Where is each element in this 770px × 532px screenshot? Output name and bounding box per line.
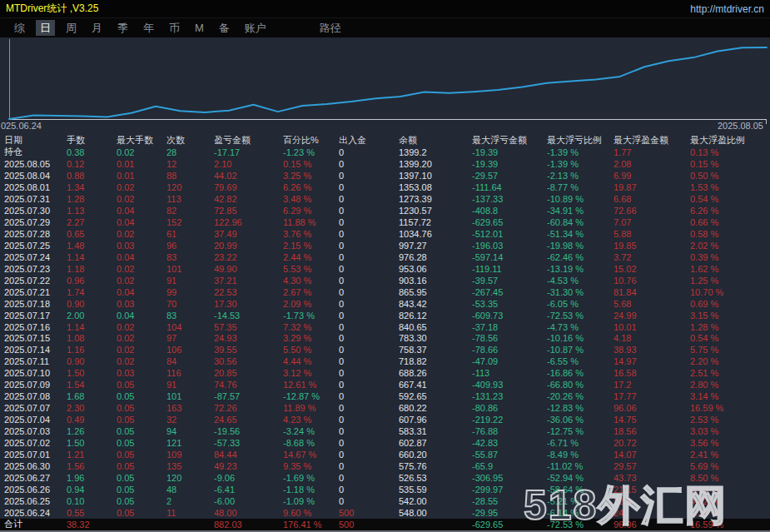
table-cell: 0.02 — [117, 264, 166, 274]
table-row[interactable]: 2025.07.081.680.05101-87.57-12.87 %0592.… — [0, 390, 770, 402]
table-cell: 38.32 — [67, 520, 117, 530]
table-row[interactable]: 2025.06.250.100.052-6.00-1.09 %0542.00-2… — [0, 495, 770, 507]
table-cell: -10.87 % — [547, 345, 614, 355]
table-cell: -65.9 — [472, 461, 547, 471]
table-cell: 2025.07.15 — [0, 333, 67, 343]
table-cell: -16.86 % — [547, 368, 614, 378]
table-row[interactable]: 2025.07.031.260.0594-19.56-3.24 %0583.31… — [0, 425, 770, 437]
table-cell: 0 — [339, 241, 399, 251]
table-cell: 10.76 — [614, 276, 690, 286]
table-row[interactable]: 2025.07.151.080.029724.933.29 %0783.30-7… — [0, 333, 770, 345]
table-row[interactable]: 2025.07.241.140.048323.222.44 %0976.28-5… — [0, 251, 770, 263]
table-cell: -14.53 — [214, 311, 283, 321]
table-row[interactable]: 2025.07.280.650.026137.493.76 %01034.76-… — [0, 228, 770, 240]
table-row[interactable]: 2025.07.021.500.05121-57.33-8.68 %0602.8… — [0, 437, 770, 449]
menu-item-monthly[interactable]: 月 — [87, 20, 107, 36]
table-cell: 2.30 — [67, 403, 117, 413]
table-row[interactable]: 2025.07.101.500.0311620.853.12 %0688.26-… — [0, 367, 770, 379]
table-cell: -1.69 % — [283, 473, 339, 483]
table-cell: 1.34 — [67, 182, 117, 192]
menu-item-backup[interactable]: 备 — [215, 20, 234, 36]
table-cell: 6.68 — [614, 194, 690, 204]
table-cell: 16.58 — [614, 368, 690, 378]
header-cell-4: 盈亏金额 — [214, 134, 283, 147]
table-row[interactable]: 2025.07.110.900.028430.564.44 %0718.82-4… — [0, 355, 770, 367]
table-cell: 48 — [166, 485, 214, 495]
menu-item-path[interactable]: 路径 — [315, 20, 345, 36]
table-row[interactable]: 2025.06.271.960.05120-9.06-1.69 %0526.53… — [0, 472, 770, 484]
table-cell: 2025.07.30 — [0, 206, 67, 216]
table-cell: 23.22 — [214, 252, 283, 262]
header-cell-7: 余额 — [399, 134, 472, 147]
table-cell: 81.84 — [614, 287, 690, 297]
table-cell: -60.84 % — [547, 217, 614, 227]
table-row[interactable]: 2025.08.040.880.018844.023.25 %01397.10-… — [0, 170, 770, 181]
table-cell: 14.67 % — [283, 450, 339, 460]
table-cell: -299.97 — [472, 485, 547, 495]
table-cell: 20.85 — [214, 368, 283, 378]
table-cell: 101 — [166, 264, 214, 274]
menu-item-weekly[interactable]: 周 — [62, 20, 81, 36]
table-row[interactable]: 2025.06.260.940.0548-6.41-1.18 %0535.59-… — [0, 484, 770, 495]
table-row[interactable]: 2025.08.011.340.0212079.696.26 %01353.08… — [0, 181, 770, 193]
table-row[interactable]: 2025.07.040.490.053224.654.23 %0607.96-2… — [0, 414, 770, 425]
table-cell: 116 — [166, 368, 214, 378]
table-cell: 57.35 — [214, 322, 283, 332]
menu-item-account[interactable]: 账户 — [241, 20, 271, 36]
table-cell: 2025.07.04 — [0, 415, 67, 425]
table-row[interactable]: 2025.07.161.140.0210457.357.32 %0840.65-… — [0, 321, 770, 333]
table-cell: 6.26 % — [690, 206, 770, 216]
table-row[interactable]: 2025.07.180.900.037017.302.09 %0843.42-5… — [0, 298, 770, 310]
table-row[interactable]: 2025.07.011.210.0510984.4414.67 %0660.20… — [0, 449, 770, 460]
table-cell: 1.56 — [67, 461, 117, 471]
table-row[interactable]: 2025.07.141.160.0210639.555.50 %0758.37-… — [0, 344, 770, 355]
table-cell: 5.88 — [614, 229, 690, 239]
menu-item-yearly[interactable]: 年 — [139, 20, 158, 36]
menu-item-summary[interactable]: 综 — [10, 20, 29, 36]
table-cell: 0.05 — [117, 426, 166, 436]
table-row[interactable]: 2025.07.301.130.048272.856.29 %01230.57-… — [0, 205, 770, 216]
table-cell: 83 — [166, 252, 214, 262]
balance-chart: 025.06.24 2025.08.05 — [0, 37, 770, 133]
table-row[interactable]: 2025.06.240.550.051148.009.60 %500548.00… — [0, 507, 770, 519]
table-row[interactable]: 持仓0.380.0228-17.17-1.23 %01399.2-19.39-1… — [0, 147, 770, 158]
table-row[interactable]: 2025.07.292.270.04152122.9611.88 %01157.… — [0, 216, 770, 228]
table-cell: 1.18 — [67, 264, 117, 274]
table-row[interactable]: 2025.08.050.120.01122.100.15 %01399.20-1… — [0, 158, 770, 170]
table-cell: 24 — [614, 508, 690, 518]
table-cell: 2025.07.07 — [0, 403, 67, 413]
table-row[interactable]: 2025.07.211.740.049922.532.67 %0865.95-2… — [0, 286, 770, 298]
table-cell: 4.19 % — [690, 485, 770, 495]
title-bar: MTDriver统计 ,V3.25 http://mtdriver.cn — [0, 0, 770, 18]
table-cell: 2.09 % — [283, 299, 339, 309]
table-row[interactable]: 2025.07.220.960.029137.214.30 %0903.16-3… — [0, 275, 770, 286]
table-row[interactable]: 2025.07.231.180.0210149.905.53 %0953.06-… — [0, 263, 770, 275]
menu-item-m[interactable]: M — [191, 20, 208, 36]
table-cell: 0.58 % — [690, 229, 770, 239]
table-row[interactable]: 2025.06.301.560.0513549.239.35 %0575.76-… — [0, 460, 770, 472]
menu-item-daily[interactable]: 日 — [36, 20, 55, 36]
table-cell: 4.44 % — [283, 356, 339, 366]
table-cell: 合计 — [0, 518, 67, 530]
table-row[interactable]: 2025.07.072.300.0516372.2611.89 %0680.22… — [0, 402, 770, 414]
table-cell: 0.66 % — [690, 217, 770, 227]
menu-item-quarterly[interactable]: 季 — [113, 20, 132, 36]
table-cell: 2025.06.24 — [0, 508, 67, 518]
table-cell: 0.05 — [117, 461, 166, 471]
table-cell: -78.66 — [472, 345, 547, 355]
table-row[interactable]: 2025.07.311.280.0211342.823.48 %01273.39… — [0, 193, 770, 205]
table-row[interactable]: 2025.07.091.540.059174.7612.61 %0667.41-… — [0, 379, 770, 390]
table-cell: 0.88 — [67, 171, 117, 181]
table-cell: 1.21 — [67, 450, 117, 460]
table-row[interactable]: 2025.07.251.480.039620.992.15 %0997.27-1… — [0, 240, 770, 251]
table-row[interactable]: 2025.07.172.000.0483-14.53-1.73 %0826.12… — [0, 310, 770, 321]
table-cell: 121 — [166, 438, 214, 448]
table-cell: 22.9 — [614, 496, 690, 506]
site-url-link[interactable]: http://mtdriver.cn — [690, 3, 764, 15]
total-row[interactable]: 合计38.32882.03176.41 %500-629.65-72.53 %9… — [0, 519, 770, 530]
menu-item-currency[interactable]: 币 — [165, 20, 184, 36]
header-cell-2: 最大手数 — [117, 134, 166, 147]
table-cell: 5.75 % — [690, 345, 770, 355]
table-cell: 0.10 — [67, 496, 117, 506]
table-cell: 1.28 — [67, 194, 117, 204]
